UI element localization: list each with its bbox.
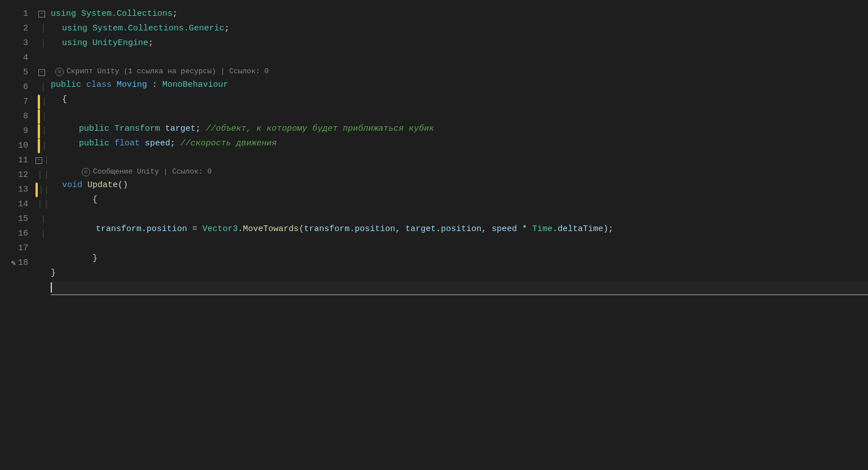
token-transform-14b: transform	[304, 223, 349, 236]
gutter-cell-4	[34, 51, 51, 65]
yellow-bar-9	[38, 124, 40, 139]
token-dot-14d: .	[436, 223, 441, 236]
token-basetype-5: MonoBehaviour	[162, 78, 228, 92]
token-brace-16: }	[62, 252, 98, 265]
line-numbers: 1 2 3 4 5 6 7 8 9 10 11 12 13 14 15 16 1…	[0, 6, 34, 470]
token-float-9: float	[114, 137, 140, 150]
line-num-17: 17	[6, 241, 28, 256]
token-assign-14: =	[187, 223, 202, 236]
token-comma-14a: ,	[395, 223, 405, 236]
code-area[interactable]: using System.Collections ; using System.…	[51, 6, 868, 470]
gutter-cell-18	[34, 256, 51, 271]
token-closeparen-14: );	[603, 223, 613, 236]
token-vector3-14: Vector3	[202, 223, 238, 236]
line-num-2: 2	[6, 21, 28, 36]
code-line-5: public class Moving : MonoBehaviour	[51, 78, 868, 92]
token-position-14c: position	[441, 223, 481, 236]
token-target-8: target	[165, 122, 196, 136]
indent-guide-3: │	[41, 38, 46, 50]
token-transform-8: Transform	[114, 122, 160, 136]
gutter-cell-6: │	[34, 80, 51, 95]
token-space-8a	[109, 122, 114, 136]
token-semi-2: ;	[224, 22, 229, 36]
indent-guide-15: │	[41, 214, 46, 225]
hint-icon-11: ⊙	[82, 168, 90, 176]
token-space-5b	[112, 78, 117, 92]
token-speed-9: speed	[145, 137, 170, 150]
token-ns-3: UnityEngine	[92, 37, 148, 50]
gutter-cell-5: −	[34, 65, 51, 80]
line-num-9: 9	[6, 124, 28, 139]
indent-guide-8: │	[42, 111, 47, 123]
token-dot-14c: .	[349, 223, 355, 236]
token-update-11: Update	[87, 179, 118, 192]
code-line-14: transform . position = Vector3 . MoveTow…	[51, 222, 868, 237]
yellow-bar-10	[38, 139, 40, 153]
indent-guide-6: │	[41, 82, 46, 94]
line-num-12: 12	[6, 168, 28, 183]
token-brace-17: }	[51, 267, 56, 280]
token-brace-12: {	[62, 193, 98, 207]
line-num-7: 7	[6, 95, 28, 109]
line-num-8: 8	[6, 109, 28, 124]
fold-icon-11[interactable]: −	[36, 157, 42, 164]
token-speed-14: speed	[491, 223, 517, 236]
token-ns-2: System.Collections.Generic	[92, 22, 224, 36]
fold-icon-5[interactable]: −	[38, 69, 45, 76]
indent-guide-12: │	[38, 170, 42, 181]
indent-guide-16: │	[41, 228, 46, 240]
code-line-7	[51, 107, 868, 122]
token-dot-14a: .	[141, 223, 147, 236]
indent-guide-12b: │	[45, 170, 49, 181]
token-dot-14b: .	[238, 223, 243, 236]
code-line-10	[51, 151, 868, 166]
token-using-3: using	[62, 37, 87, 50]
token-using-2: using	[62, 22, 87, 36]
indent-guide-13b: │	[45, 184, 49, 196]
gutter-cell-17	[34, 241, 51, 256]
token-parens-11: ()	[118, 179, 128, 192]
token-public-5: public	[51, 78, 81, 92]
gutter-cell-2: │	[34, 21, 51, 36]
token-using-1: using	[51, 7, 76, 21]
code-line-6: {	[51, 92, 868, 107]
token-deltatime-14: deltaTime	[557, 223, 603, 236]
token-public-8: public	[79, 122, 109, 136]
token-dot-14e: .	[552, 223, 557, 236]
gutter-cell-14: │ │	[34, 197, 51, 212]
hint-text-11: Сообщение Unity | Ссылок: 0	[93, 166, 212, 178]
token-public-9: public	[79, 137, 109, 150]
gutter-cell-15: │	[34, 212, 51, 227]
token-semi-3: ;	[148, 37, 153, 50]
gutter-cell-8: │	[34, 109, 51, 124]
token-space-9a	[109, 137, 114, 150]
gutter-cell-12: │ │	[34, 168, 51, 183]
gutter: − │ │ − │ │ │ │	[34, 6, 51, 470]
gutter-cell-1: −	[34, 7, 51, 21]
indent-guide-11: │	[45, 155, 49, 167]
token-semi-8: ;	[196, 122, 206, 136]
line-num-13: 13	[6, 183, 28, 197]
token-space-3	[87, 37, 92, 50]
code-line-8: public Transform target ; //объект, к ко…	[51, 122, 868, 136]
hint-text-5: Скрипт Unity (1 ссылка на ресурсы) | Ссы…	[67, 66, 269, 78]
indent-guide-7: │	[42, 96, 47, 108]
code-line-18[interactable]	[51, 281, 868, 295]
gutter-cell-3: │	[34, 36, 51, 51]
fold-icon-1[interactable]: −	[38, 11, 45, 17]
token-comma-14b: ,	[481, 223, 491, 236]
token-ns-1: System.Collections	[81, 7, 172, 21]
code-line-13	[51, 207, 868, 222]
token-position-14b: position	[355, 223, 395, 236]
token-class-5: class	[86, 78, 112, 92]
token-space-1	[76, 7, 81, 21]
code-line-9: public float speed ; //скорость движения	[51, 136, 868, 151]
token-semi-1: ;	[172, 7, 178, 21]
token-position-14a: position	[147, 223, 187, 236]
token-space-2	[87, 22, 92, 36]
token-paren-14a: (	[299, 223, 304, 236]
line-num-4: 4	[6, 51, 28, 65]
gutter-cell-16: │	[34, 227, 51, 241]
indent-guide-9: │	[42, 126, 47, 138]
yellow-bar-13	[36, 183, 38, 197]
